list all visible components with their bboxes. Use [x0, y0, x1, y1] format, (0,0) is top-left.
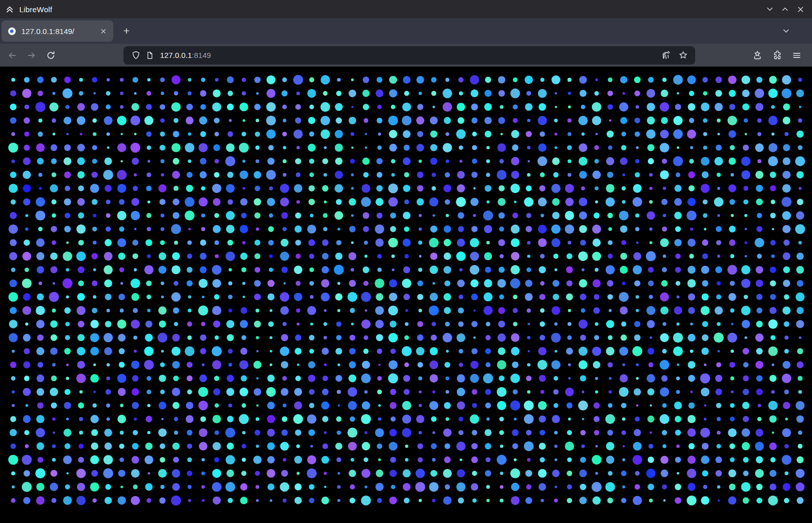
- bookmark-page-button[interactable]: [676, 48, 690, 63]
- puzzle-piece-icon: [772, 50, 782, 60]
- chevron-down-icon: [782, 27, 790, 35]
- hamburger-menu-icon: [792, 51, 801, 60]
- reload-button[interactable]: [43, 47, 59, 64]
- fingerprint-icon: [661, 51, 670, 60]
- window-close-button[interactable]: [793, 2, 808, 16]
- list-all-tabs-button[interactable]: [778, 23, 794, 39]
- chevron-up-icon: [781, 5, 789, 13]
- toolbar-right-buttons: [749, 47, 805, 64]
- back-button[interactable]: [4, 47, 20, 64]
- titlebar-left: LibreWolf: [0, 5, 52, 14]
- window-maximize-button[interactable]: [777, 2, 793, 16]
- active-tab[interactable]: 127.0.0.1:8149/: [2, 20, 113, 42]
- url-text[interactable]: 127.0.0.1:8149: [160, 51, 659, 59]
- star-tray-icon: [753, 50, 762, 60]
- page-info-button[interactable]: [143, 48, 157, 63]
- window-controls: [762, 2, 812, 16]
- document-icon: [146, 51, 154, 59]
- forward-button[interactable]: [23, 47, 40, 64]
- window-titlebar: LibreWolf: [0, 0, 812, 18]
- close-icon: [100, 28, 107, 35]
- menu-button[interactable]: [789, 47, 805, 64]
- tab-close-button[interactable]: [97, 25, 109, 37]
- star-icon: [679, 51, 688, 59]
- url-port: :8149: [192, 51, 211, 59]
- back-arrow-icon: [8, 51, 17, 60]
- new-tab-button[interactable]: +: [118, 23, 135, 39]
- double-chevron-up-icon[interactable]: [5, 5, 14, 14]
- import-bookmarks-button[interactable]: [749, 47, 765, 64]
- reload-icon: [46, 51, 55, 60]
- plus-icon: +: [123, 25, 130, 37]
- tab-bar: 127.0.0.1:8149/ +: [0, 18, 812, 44]
- extensions-button[interactable]: [769, 47, 785, 64]
- urlbar-page-actions: [659, 48, 690, 63]
- tab-favicon-icon: [8, 27, 16, 36]
- chevron-down-icon: [766, 5, 774, 13]
- url-bar[interactable]: 127.0.0.1:8149: [123, 46, 695, 65]
- navigation-toolbar: 127.0.0.1:8149: [0, 44, 812, 67]
- close-icon: [797, 6, 804, 13]
- forward-arrow-icon: [27, 51, 36, 60]
- app-title: LibreWolf: [19, 5, 52, 14]
- fingerprint-protection-button[interactable]: [659, 48, 673, 63]
- tracking-protection-button[interactable]: [129, 48, 143, 63]
- url-host: 127.0.0.1: [160, 51, 192, 59]
- shield-icon: [132, 51, 140, 59]
- tab-title: 127.0.0.1:8149/: [21, 27, 97, 36]
- page-content: [0, 67, 812, 523]
- window-minimize-button[interactable]: [762, 2, 777, 16]
- dot-pattern-canvas: [0, 67, 812, 523]
